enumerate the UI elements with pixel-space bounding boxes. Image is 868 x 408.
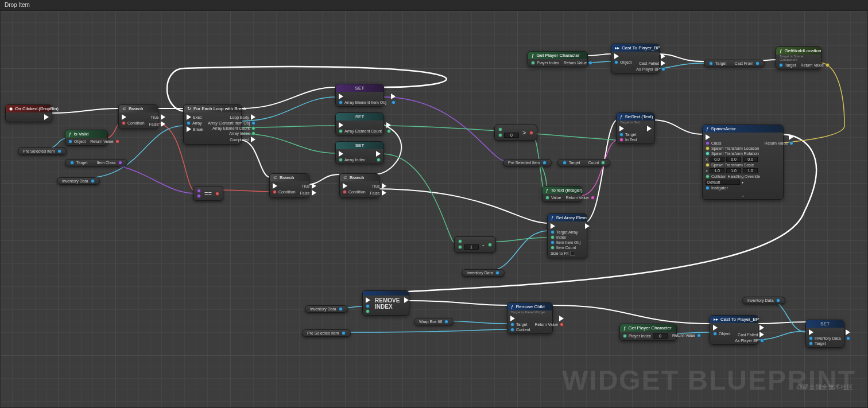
var-inventory-data[interactable]: Inventory Data [305, 305, 348, 313]
node-header: ƒ Set Array Elem [548, 214, 587, 222]
function-icon: ƒ [780, 48, 782, 53]
player-index-input[interactable]: 0 [653, 333, 668, 339]
var-pre-selected-item[interactable]: Pre Selected Item [503, 159, 552, 166]
loop-icon: ↻ [187, 106, 191, 111]
collision-select[interactable]: Default [706, 180, 740, 185]
var-label: Inventory Data [467, 271, 493, 275]
node-title: SET [355, 86, 365, 91]
var-label: Pre Selected Item [307, 331, 339, 335]
node-cast-to-player[interactable]: ▸▸ Cast To Player_BP Object Cast FailedA… [611, 44, 660, 73]
node-target-cast-from[interactable]: Target Cast From [704, 60, 765, 67]
function-icon: ƒ [546, 188, 548, 193]
node-target-count[interactable]: Target Count [557, 159, 610, 166]
node-title: Branch [129, 106, 143, 111]
node-header: ƒ Get Player Character [620, 324, 676, 332]
node-set-text[interactable]: ƒ SetText (Text) Target is Text TargetIn… [616, 112, 655, 144]
number-input[interactable]: 1 [464, 244, 479, 250]
node-branch[interactable]: ⊂ Branch Condition TrueFalse [118, 104, 158, 129]
node-title: REMOVE INDEX [375, 297, 400, 313]
node-remove-index[interactable]: REMOVE INDEX [362, 290, 409, 316]
node-header: ƒ GetWorldLocation [776, 47, 821, 55]
node-cast-to-player[interactable]: ▸▸ Cast To Player_BP Object Cast FailedA… [710, 315, 758, 345]
node-subtract[interactable]: 1 - [454, 236, 496, 252]
node-header: ⊂ Branch [119, 105, 158, 112]
var-inventory-data[interactable]: Inventory Data [57, 177, 100, 185]
node-spawn-actor[interactable]: ƒ SpawnActor Class Spawn Transform Locat… [702, 125, 784, 200]
node-header: ▸▸ Cast To Player_BP [710, 316, 758, 323]
node-header: ƒ Remove Child [507, 303, 552, 310]
node-title: Get Player Character [536, 53, 579, 58]
function-icon: ƒ [532, 53, 534, 58]
rot-y-input[interactable]: 0.0 [726, 157, 741, 162]
scl-z-input[interactable]: 1.0 [743, 168, 758, 173]
rot-x-input[interactable]: 0.0 [710, 157, 724, 162]
scl-y-input[interactable]: 1.0 [726, 168, 741, 173]
var-inventory-data[interactable]: Inventory Data [462, 269, 505, 277]
node-set[interactable]: SET Inventory DataTarget [805, 320, 844, 348]
node-get-world-location[interactable]: ƒ GetWorldLocation Target is Scene Compo… [776, 46, 822, 69]
node-title: Remove Child [516, 304, 544, 309]
number-input[interactable]: 0 [504, 133, 519, 138]
node-title: Branch [350, 175, 364, 180]
node-header: SET [806, 320, 844, 328]
function-icon: ƒ [706, 126, 708, 131]
event-icon: ◆ [9, 106, 13, 111]
node-header: ƒ Is Valid [65, 130, 107, 138]
branch-icon: ⊂ [122, 106, 126, 111]
node-header: SET [336, 84, 383, 92]
var-pre-selected-item[interactable]: Pre Selected Item [18, 147, 67, 155]
node-branch[interactable]: ⊂ Branch Condition TrueFalse [339, 173, 379, 198]
var-label: Wrap Box 68 [419, 320, 442, 324]
credit-text: @稀土掘金技术社区 [796, 383, 853, 391]
node-title: SetText (Text) [625, 114, 653, 119]
node-equals[interactable]: == [193, 186, 223, 201]
node-title: SET [355, 143, 365, 148]
function-icon: ƒ [511, 304, 513, 309]
node-title: For Each Loop with Break [193, 106, 246, 111]
node-greater-than[interactable]: 0 > [494, 125, 537, 141]
node-set[interactable]: SET Array Element Item Obj [335, 84, 384, 107]
node-for-each-loop[interactable]: ↻ For Each Loop with Break Exec Array Br… [183, 104, 242, 145]
node-set[interactable]: SET Array Element Count [335, 112, 384, 135]
node-set[interactable]: SET Array Index [335, 141, 384, 164]
node-title: Set Array Elem [556, 215, 586, 220]
node-title: SET [355, 114, 365, 119]
op-label: == [204, 190, 212, 197]
checkbox-size-to-fit[interactable] [570, 251, 575, 256]
expand-icon[interactable]: ⌄ [703, 192, 783, 199]
node-header: ƒ ToText (integer) [542, 186, 582, 194]
scl-x-input[interactable]: 1.0 [710, 168, 724, 173]
var-inventory-data[interactable]: Inventory Data [742, 297, 785, 304]
node-get-player-character[interactable]: ƒ Get Player Character Player Index Retu… [528, 51, 588, 67]
node-set-array-elem[interactable]: ƒ Set Array Elem Target Array Index Item… [547, 213, 587, 258]
node-header: ↻ For Each Loop with Break [184, 105, 241, 112]
node-header: ⊂ Branch [270, 174, 309, 181]
window-title: Drop Item [0, 0, 868, 10]
blueprint-canvas[interactable]: ◆ On Clicked (DropBtn) Pre Selected Item… [0, 10, 868, 408]
var-label: Inventory Data [310, 307, 336, 311]
var-label: Inventory Data [62, 179, 88, 183]
var-label: Pre Selected Item [508, 161, 540, 165]
var-wrap-box[interactable]: Wrap Box 68 [414, 318, 454, 325]
node-header: ƒ SpawnActor [703, 125, 783, 133]
op-label: > [522, 129, 526, 136]
node-header: ƒ Get Player Character [528, 52, 587, 59]
node-to-text[interactable]: ƒ ToText (integer) Value Return Value [542, 186, 582, 202]
node-title: Branch [280, 175, 294, 180]
function-icon: ƒ [620, 114, 622, 119]
node-target-item-class[interactable]: Target Item Class [65, 159, 127, 166]
rot-z-input[interactable]: 0.0 [743, 157, 758, 162]
node-branch[interactable]: ⊂ Branch Condition TrueFalse [269, 173, 309, 198]
node-title: Get Player Character [628, 325, 671, 331]
node-is-valid[interactable]: ƒ Is Valid Object Return Value [65, 130, 108, 146]
node-remove-child[interactable]: ƒ Remove Child Target is Panel Widget Ta… [507, 302, 553, 334]
node-title: SpawnActor [711, 126, 735, 131]
var-pre-selected-item[interactable]: Pre Selected Item [302, 329, 351, 337]
node-subtitle: Target is Scene Component [776, 55, 821, 61]
node-get-player-character[interactable]: ƒ Get Player Character Player Index0 Ret… [619, 324, 677, 341]
var-label: Inventory Data [747, 298, 774, 302]
node-on-clicked[interactable]: ◆ On Clicked (DropBtn) [5, 104, 52, 122]
node-title: GetWorldLocation [784, 48, 821, 53]
node-header [363, 291, 409, 296]
node-header: SET [336, 113, 383, 121]
